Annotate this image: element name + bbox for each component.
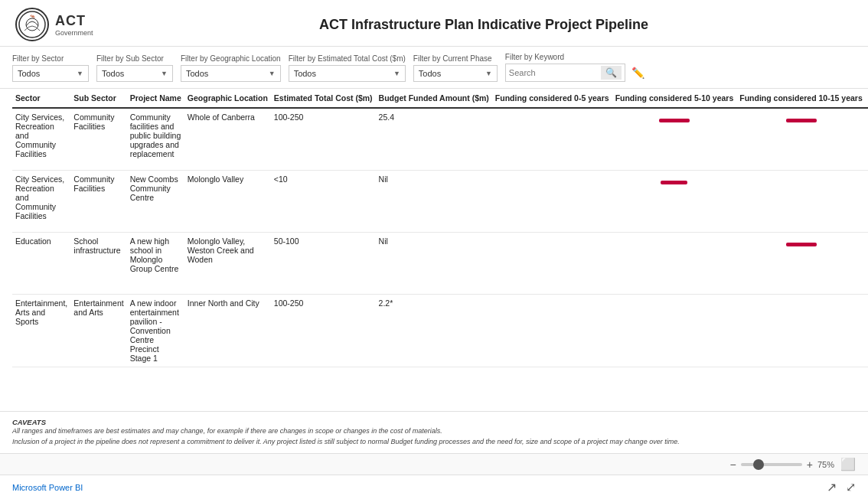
subsector-filter-select[interactable]: Todos ▼: [96, 65, 173, 82]
footer-bar: Microsoft Power BI ↗ ⤢: [0, 475, 868, 499]
geo-filter-label: Filter by Geographic Location: [181, 54, 281, 63]
cell-project: A new high school in Molonglo Group Cent…: [127, 233, 184, 295]
zoom-level: 75%: [817, 460, 834, 469]
caveats-line1: All ranges and timeframes are best estim…: [12, 426, 856, 437]
cell-f510: [612, 171, 737, 233]
col-header-geo: Geographic Location: [184, 89, 271, 108]
cell-subsector: School infrastructure: [70, 233, 126, 295]
col-header-f1015: Funding considered 10-15 years: [736, 89, 865, 108]
chevron-down-icon: ▼: [161, 70, 168, 77]
table-row: Education School infrastructure A new hi…: [12, 233, 868, 295]
cell-subsector: Community Facilities: [70, 171, 126, 233]
caveats-section: CAVEATS All ranges and timeframes are be…: [0, 411, 868, 453]
keyword-filter: Filter by Keyword 🔍 ✏️: [505, 53, 644, 82]
cell-cost: 50-100: [271, 233, 376, 295]
search-button[interactable]: 🔍: [601, 66, 622, 80]
cell-budget: Nil: [376, 171, 492, 233]
logo-subtext: Government: [55, 29, 93, 37]
chevron-down-icon: ▼: [393, 70, 400, 77]
share-icon[interactable]: ↗: [827, 480, 837, 494]
cell-sector: City Services, Recreation and Community …: [12, 108, 70, 171]
chevron-down-icon: ▼: [269, 70, 276, 77]
cell-cost: 100-250: [271, 295, 376, 367]
table-row: Entertainment, Arts and Sports Entertain…: [12, 295, 868, 367]
fit-screen-icon[interactable]: ⬜: [840, 457, 856, 471]
cell-f05: [492, 108, 612, 171]
cell-subsector: Community Facilities: [70, 108, 126, 171]
geo-filter-select[interactable]: Todos ▼: [181, 65, 281, 82]
cell-project: New Coombs Community Centre: [127, 171, 184, 233]
edit-icon[interactable]: ✏️: [631, 67, 644, 79]
cell-sector: Education: [12, 233, 70, 295]
cell-sector: City Services, Recreation and Community …: [12, 171, 70, 233]
col-header-f05: Funding considered 0-5 years: [492, 89, 612, 108]
cell-geo: Molonglo Valley: [184, 171, 271, 233]
logo-icon: 🦘: [15, 8, 49, 41]
col-header-cost: Estimated Total Cost ($m): [271, 89, 376, 108]
zoom-plus-button[interactable]: +: [807, 458, 813, 471]
sector-filter-label: Filter by Sector: [12, 54, 89, 63]
cell-f510: [612, 233, 737, 295]
cell-f05: [492, 171, 612, 233]
svg-text:🦘: 🦘: [30, 14, 36, 20]
sector-filter-select[interactable]: Todos ▼: [12, 65, 89, 82]
cell-subsector: Entertainment and Arts: [70, 295, 126, 367]
footer-icons: ↗ ⤢: [827, 480, 856, 494]
zoom-slider[interactable]: [741, 463, 802, 466]
phase-filter: Filter by Current Phase Todos ▼: [413, 54, 498, 82]
zoom-minus-button[interactable]: −: [730, 458, 736, 471]
cost-filter-label: Filter by Estimated Total Cost ($m): [289, 54, 406, 63]
cell-budget: Nil: [376, 233, 492, 295]
cell-cost: 100-250: [271, 108, 376, 171]
powerbi-link[interactable]: Microsoft Power BI: [12, 483, 83, 492]
caveats-line2: Inclusion of a project in the pipeline d…: [12, 437, 856, 448]
col-header-project: Project Name: [127, 89, 184, 108]
col-header-f510: Funding considered 5-10 years: [612, 89, 737, 108]
project-table: Sector Sub Sector Project Name Geographi…: [12, 89, 868, 367]
expand-icon[interactable]: ⤢: [846, 480, 856, 494]
col-header-sector: Sector: [12, 89, 70, 108]
cost-filter: Filter by Estimated Total Cost ($m) Todo…: [289, 54, 406, 82]
col-header-subsector: Sub Sector: [70, 89, 126, 108]
table-container[interactable]: Sector Sub Sector Project Name Geographi…: [0, 89, 868, 367]
zoom-bar: − + 75% ⬜: [0, 453, 868, 475]
cell-f1015: [736, 295, 865, 367]
cell-geo: Whole of Canberra: [184, 108, 271, 171]
search-input[interactable]: [509, 68, 601, 77]
cell-f1015: [736, 108, 865, 171]
cell-budget: 25.4: [376, 108, 492, 171]
cell-f05: [492, 295, 612, 367]
cell-project: A new indoor entertainment pavilion - Co…: [127, 295, 184, 367]
col-header-budget: Budget Funded Amount ($m): [376, 89, 492, 108]
caveats-title: CAVEATS: [12, 418, 856, 426]
table-row: City Services, Recreation and Community …: [12, 108, 868, 171]
keyword-filter-label: Filter by Keyword: [505, 53, 644, 61]
cell-f1015: [736, 233, 865, 295]
cell-f05: [492, 233, 612, 295]
cell-geo: Molonglo Valley, Weston Creek and Woden: [184, 233, 271, 295]
phase-filter-select[interactable]: Todos ▼: [413, 65, 498, 82]
table-row: City Services, Recreation and Community …: [12, 171, 868, 233]
keyword-input-wrap: 🔍: [505, 64, 625, 82]
chevron-down-icon: ▼: [485, 70, 492, 77]
table-wrapper: Sector Sub Sector Project Name Geographi…: [0, 89, 868, 411]
logo-area: 🦘 ACT Government: [15, 8, 115, 41]
phase-filter-label: Filter by Current Phase: [413, 54, 498, 63]
cell-cost: <10: [271, 171, 376, 233]
chevron-down-icon: ▼: [77, 70, 83, 77]
cell-geo: Inner North and City: [184, 295, 271, 367]
page-title: ACT Infrastructure Plan Indicative Proje…: [115, 17, 853, 33]
filter-bar: Filter by Sector Todos ▼ Filter by Sub S…: [0, 47, 868, 89]
cell-budget: 2.2*: [376, 295, 492, 367]
cell-f1015: [736, 171, 865, 233]
subsector-filter: Filter by Sub Sector Todos ▼: [96, 54, 173, 82]
cell-f510: [612, 108, 737, 171]
subsector-filter-label: Filter by Sub Sector: [96, 54, 173, 63]
sector-filter: Filter by Sector Todos ▼: [12, 54, 89, 82]
logo-text: ACT: [55, 13, 93, 29]
cell-f510: [612, 295, 737, 367]
cell-project: Community facilities and public building…: [127, 108, 184, 171]
cost-filter-select[interactable]: Todos ▼: [289, 65, 406, 82]
zoom-controls: − + 75%: [730, 458, 834, 471]
geo-filter: Filter by Geographic Location Todos ▼: [181, 54, 281, 82]
